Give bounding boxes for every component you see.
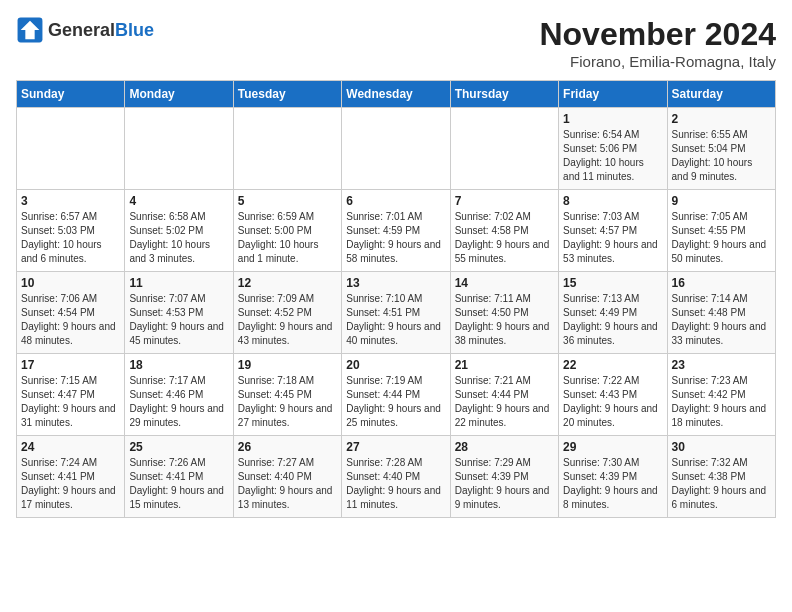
weekday-header-row: SundayMondayTuesdayWednesdayThursdayFrid… — [17, 81, 776, 108]
day-cell: 13Sunrise: 7:10 AM Sunset: 4:51 PM Dayli… — [342, 272, 450, 354]
day-info: Sunrise: 7:21 AM Sunset: 4:44 PM Dayligh… — [455, 374, 554, 430]
day-info: Sunrise: 7:23 AM Sunset: 4:42 PM Dayligh… — [672, 374, 771, 430]
day-number: 5 — [238, 194, 337, 208]
day-info: Sunrise: 7:07 AM Sunset: 4:53 PM Dayligh… — [129, 292, 228, 348]
day-info: Sunrise: 7:17 AM Sunset: 4:46 PM Dayligh… — [129, 374, 228, 430]
day-info: Sunrise: 7:05 AM Sunset: 4:55 PM Dayligh… — [672, 210, 771, 266]
day-info: Sunrise: 7:24 AM Sunset: 4:41 PM Dayligh… — [21, 456, 120, 512]
day-cell: 21Sunrise: 7:21 AM Sunset: 4:44 PM Dayli… — [450, 354, 558, 436]
day-number: 28 — [455, 440, 554, 454]
day-info: Sunrise: 7:10 AM Sunset: 4:51 PM Dayligh… — [346, 292, 445, 348]
day-info: Sunrise: 6:54 AM Sunset: 5:06 PM Dayligh… — [563, 128, 662, 184]
logo-text: GeneralBlue — [48, 20, 154, 41]
day-number: 10 — [21, 276, 120, 290]
day-number: 17 — [21, 358, 120, 372]
week-row-3: 10Sunrise: 7:06 AM Sunset: 4:54 PM Dayli… — [17, 272, 776, 354]
day-cell — [125, 108, 233, 190]
day-cell: 8Sunrise: 7:03 AM Sunset: 4:57 PM Daylig… — [559, 190, 667, 272]
weekday-header-monday: Monday — [125, 81, 233, 108]
day-number: 11 — [129, 276, 228, 290]
week-row-4: 17Sunrise: 7:15 AM Sunset: 4:47 PM Dayli… — [17, 354, 776, 436]
weekday-header-friday: Friday — [559, 81, 667, 108]
day-info: Sunrise: 7:19 AM Sunset: 4:44 PM Dayligh… — [346, 374, 445, 430]
day-number: 27 — [346, 440, 445, 454]
day-number: 29 — [563, 440, 662, 454]
day-number: 22 — [563, 358, 662, 372]
day-cell: 12Sunrise: 7:09 AM Sunset: 4:52 PM Dayli… — [233, 272, 341, 354]
day-cell: 6Sunrise: 7:01 AM Sunset: 4:59 PM Daylig… — [342, 190, 450, 272]
weekday-header-saturday: Saturday — [667, 81, 775, 108]
day-number: 16 — [672, 276, 771, 290]
day-info: Sunrise: 7:03 AM Sunset: 4:57 PM Dayligh… — [563, 210, 662, 266]
day-info: Sunrise: 7:22 AM Sunset: 4:43 PM Dayligh… — [563, 374, 662, 430]
day-cell — [17, 108, 125, 190]
day-info: Sunrise: 7:01 AM Sunset: 4:59 PM Dayligh… — [346, 210, 445, 266]
day-info: Sunrise: 7:26 AM Sunset: 4:41 PM Dayligh… — [129, 456, 228, 512]
day-cell: 17Sunrise: 7:15 AM Sunset: 4:47 PM Dayli… — [17, 354, 125, 436]
location-subtitle: Fiorano, Emilia-Romagna, Italy — [539, 53, 776, 70]
title-area: November 2024 Fiorano, Emilia-Romagna, I… — [539, 16, 776, 70]
month-year-title: November 2024 — [539, 16, 776, 53]
day-number: 19 — [238, 358, 337, 372]
day-cell: 3Sunrise: 6:57 AM Sunset: 5:03 PM Daylig… — [17, 190, 125, 272]
logo: GeneralBlue — [16, 16, 154, 44]
day-cell: 30Sunrise: 7:32 AM Sunset: 4:38 PM Dayli… — [667, 436, 775, 518]
weekday-header-tuesday: Tuesday — [233, 81, 341, 108]
day-number: 12 — [238, 276, 337, 290]
day-number: 21 — [455, 358, 554, 372]
day-cell: 9Sunrise: 7:05 AM Sunset: 4:55 PM Daylig… — [667, 190, 775, 272]
day-number: 15 — [563, 276, 662, 290]
day-number: 23 — [672, 358, 771, 372]
day-cell: 23Sunrise: 7:23 AM Sunset: 4:42 PM Dayli… — [667, 354, 775, 436]
day-info: Sunrise: 7:14 AM Sunset: 4:48 PM Dayligh… — [672, 292, 771, 348]
day-number: 4 — [129, 194, 228, 208]
day-number: 7 — [455, 194, 554, 208]
day-cell: 28Sunrise: 7:29 AM Sunset: 4:39 PM Dayli… — [450, 436, 558, 518]
day-number: 25 — [129, 440, 228, 454]
day-info: Sunrise: 7:18 AM Sunset: 4:45 PM Dayligh… — [238, 374, 337, 430]
logo-icon — [16, 16, 44, 44]
day-number: 18 — [129, 358, 228, 372]
calendar-table: SundayMondayTuesdayWednesdayThursdayFrid… — [16, 80, 776, 518]
day-cell: 4Sunrise: 6:58 AM Sunset: 5:02 PM Daylig… — [125, 190, 233, 272]
day-info: Sunrise: 7:32 AM Sunset: 4:38 PM Dayligh… — [672, 456, 771, 512]
day-cell: 19Sunrise: 7:18 AM Sunset: 4:45 PM Dayli… — [233, 354, 341, 436]
day-info: Sunrise: 7:02 AM Sunset: 4:58 PM Dayligh… — [455, 210, 554, 266]
day-number: 24 — [21, 440, 120, 454]
day-cell: 5Sunrise: 6:59 AM Sunset: 5:00 PM Daylig… — [233, 190, 341, 272]
day-info: Sunrise: 7:15 AM Sunset: 4:47 PM Dayligh… — [21, 374, 120, 430]
day-cell: 18Sunrise: 7:17 AM Sunset: 4:46 PM Dayli… — [125, 354, 233, 436]
day-info: Sunrise: 7:11 AM Sunset: 4:50 PM Dayligh… — [455, 292, 554, 348]
day-number: 14 — [455, 276, 554, 290]
day-number: 30 — [672, 440, 771, 454]
day-cell — [233, 108, 341, 190]
day-cell — [342, 108, 450, 190]
day-info: Sunrise: 6:58 AM Sunset: 5:02 PM Dayligh… — [129, 210, 228, 266]
day-number: 13 — [346, 276, 445, 290]
weekday-header-wednesday: Wednesday — [342, 81, 450, 108]
day-number: 1 — [563, 112, 662, 126]
day-cell: 22Sunrise: 7:22 AM Sunset: 4:43 PM Dayli… — [559, 354, 667, 436]
day-cell: 20Sunrise: 7:19 AM Sunset: 4:44 PM Dayli… — [342, 354, 450, 436]
day-cell: 29Sunrise: 7:30 AM Sunset: 4:39 PM Dayli… — [559, 436, 667, 518]
weekday-header-thursday: Thursday — [450, 81, 558, 108]
day-cell: 1Sunrise: 6:54 AM Sunset: 5:06 PM Daylig… — [559, 108, 667, 190]
day-number: 8 — [563, 194, 662, 208]
day-info: Sunrise: 7:27 AM Sunset: 4:40 PM Dayligh… — [238, 456, 337, 512]
day-cell: 11Sunrise: 7:07 AM Sunset: 4:53 PM Dayli… — [125, 272, 233, 354]
day-info: Sunrise: 6:59 AM Sunset: 5:00 PM Dayligh… — [238, 210, 337, 266]
day-cell: 15Sunrise: 7:13 AM Sunset: 4:49 PM Dayli… — [559, 272, 667, 354]
header: GeneralBlue November 2024 Fiorano, Emili… — [16, 16, 776, 70]
day-info: Sunrise: 7:30 AM Sunset: 4:39 PM Dayligh… — [563, 456, 662, 512]
day-info: Sunrise: 7:29 AM Sunset: 4:39 PM Dayligh… — [455, 456, 554, 512]
day-info: Sunrise: 6:55 AM Sunset: 5:04 PM Dayligh… — [672, 128, 771, 184]
day-cell: 2Sunrise: 6:55 AM Sunset: 5:04 PM Daylig… — [667, 108, 775, 190]
day-cell: 24Sunrise: 7:24 AM Sunset: 4:41 PM Dayli… — [17, 436, 125, 518]
logo-general: General — [48, 20, 115, 40]
day-number: 26 — [238, 440, 337, 454]
day-info: Sunrise: 7:13 AM Sunset: 4:49 PM Dayligh… — [563, 292, 662, 348]
day-number: 20 — [346, 358, 445, 372]
day-info: Sunrise: 7:09 AM Sunset: 4:52 PM Dayligh… — [238, 292, 337, 348]
week-row-5: 24Sunrise: 7:24 AM Sunset: 4:41 PM Dayli… — [17, 436, 776, 518]
day-info: Sunrise: 7:06 AM Sunset: 4:54 PM Dayligh… — [21, 292, 120, 348]
